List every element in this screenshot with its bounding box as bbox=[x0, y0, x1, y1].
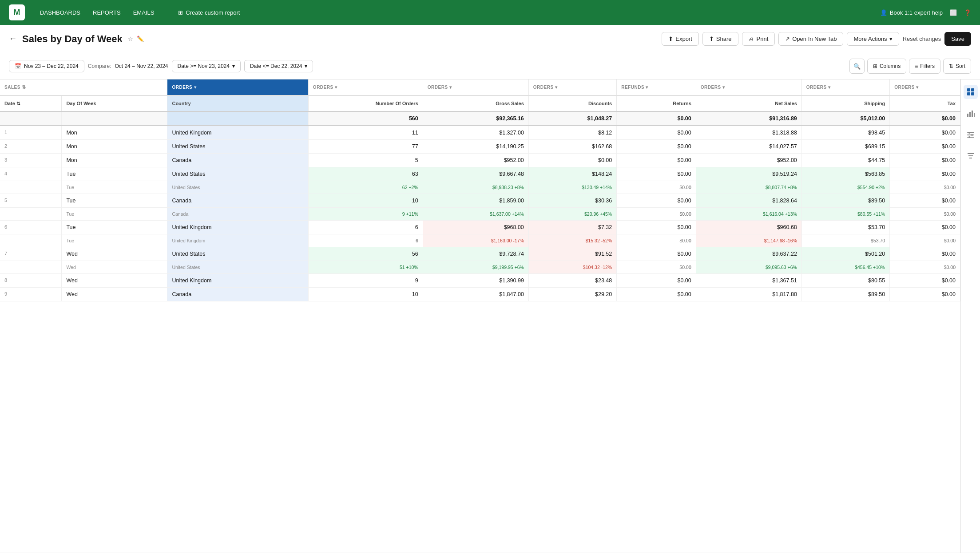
returns-cell: $0.00 bbox=[617, 140, 696, 154]
gross-cell: $1,327.00 bbox=[423, 126, 528, 140]
day-cell: Wed bbox=[62, 288, 167, 301]
shipping-cell: $98.45 bbox=[801, 126, 889, 140]
filter-bar: 📅 Nov 23 – Dec 22, 2024 Compare: Oct 24 … bbox=[0, 53, 980, 79]
shipping-cell: $53.70 bbox=[801, 221, 889, 234]
th-date[interactable]: Date ⇅ bbox=[0, 95, 62, 111]
settings-icon: ⬜ bbox=[950, 9, 957, 16]
compare-returns: $0.00 bbox=[617, 208, 696, 221]
country-cell: United States bbox=[167, 140, 308, 154]
day-cell: Tue bbox=[62, 221, 167, 234]
date-gte-label: Date >= Nov 23, 2024 bbox=[178, 63, 230, 69]
th-gross-sales[interactable]: Gross Sales bbox=[423, 95, 528, 111]
table-row: 8 Wed United Kingdom 9 $1,390.99 $23.48 … bbox=[0, 274, 960, 288]
returns-cell: $0.00 bbox=[617, 247, 696, 261]
nav-reports[interactable]: REPORTS bbox=[88, 7, 125, 19]
compare-gross: $9,199.95 +6% bbox=[423, 261, 528, 274]
share-button[interactable]: ⬆ Share bbox=[702, 32, 738, 46]
orders-cell: 10 bbox=[308, 194, 423, 208]
tax-cell: $0.00 bbox=[890, 274, 960, 288]
gross-cell: $1,390.99 bbox=[423, 274, 528, 288]
date-gte-filter[interactable]: Date >= Nov 23, 2024 ▾ bbox=[172, 60, 241, 72]
nav-icon-help[interactable]: ❓ bbox=[964, 9, 971, 16]
search-button[interactable]: 🔍 bbox=[849, 59, 865, 74]
nav-create-report[interactable]: ⊞ Create custom report bbox=[178, 9, 240, 16]
returns-cell: $0.00 bbox=[617, 221, 696, 234]
nav-icon-settings[interactable]: ⬜ bbox=[950, 9, 957, 16]
th-returns[interactable]: Returns bbox=[617, 95, 696, 111]
svg-rect-8 bbox=[967, 132, 974, 133]
th-dayofweek[interactable]: Day Of Week bbox=[62, 95, 167, 111]
table-view-icon[interactable] bbox=[964, 85, 978, 99]
net-cell: $9,637.22 bbox=[696, 247, 801, 261]
gross-cell: $9,728.74 bbox=[423, 247, 528, 261]
compare-shipping: $53.70 bbox=[801, 234, 889, 247]
customize-icon[interactable] bbox=[964, 127, 978, 142]
th-net-sales[interactable]: Net Sales bbox=[696, 95, 801, 111]
shipping-cell: $501.20 bbox=[801, 247, 889, 261]
th-sales-group: SALES bbox=[0, 79, 167, 95]
table-header-groups: SALES ORDERS ▾ ORDERS ▾ ORDERS ▾ ORDERS … bbox=[0, 79, 960, 95]
orders-cell: 63 bbox=[308, 167, 423, 181]
table-row: 3 Mon Canada 5 $952.00 $0.00 $0.00 $952.… bbox=[0, 154, 960, 167]
expert-icon: 👤 bbox=[880, 9, 887, 16]
reset-changes-link[interactable]: Reset changes bbox=[903, 36, 941, 42]
row-num: 4 bbox=[0, 167, 62, 181]
save-button[interactable]: Save bbox=[944, 32, 971, 46]
table-row: 4 Tue United States 63 $9,667.48 $148.24… bbox=[0, 167, 960, 181]
compare-day: Tue bbox=[62, 234, 167, 247]
open-new-tab-button[interactable]: ↗ Open In New Tab bbox=[778, 32, 843, 46]
compare-gross: $1,637.00 +14% bbox=[423, 208, 528, 221]
tax-cell: $0.00 bbox=[890, 167, 960, 181]
th-shipping[interactable]: Shipping bbox=[801, 95, 889, 111]
nav-emails[interactable]: EMAILS bbox=[129, 7, 159, 19]
chart-view-icon[interactable] bbox=[964, 106, 978, 120]
gross-cell: $1,859.00 bbox=[423, 194, 528, 208]
svg-rect-0 bbox=[967, 88, 970, 91]
filter-panel-icon[interactable] bbox=[964, 149, 978, 163]
nav-dashboards[interactable]: DASHBOARDS bbox=[36, 7, 85, 19]
compare-num bbox=[0, 208, 62, 221]
right-panel bbox=[960, 79, 980, 553]
compare-shipping: $456.45 +10% bbox=[801, 261, 889, 274]
table-container[interactable]: SALES ORDERS ▾ ORDERS ▾ ORDERS ▾ ORDERS … bbox=[0, 79, 960, 553]
header-actions: ⬆ Export ⬆ Share 🖨 Print ↗ Open In New T… bbox=[662, 32, 971, 46]
sort-button[interactable]: ⇅ Sort bbox=[943, 59, 971, 74]
th-discounts[interactable]: Discounts bbox=[528, 95, 616, 111]
row-num: 7 bbox=[0, 247, 62, 261]
nav-links: DASHBOARDS REPORTS EMAILS bbox=[36, 7, 159, 19]
date-range-label: Nov 23 – Dec 22, 2024 bbox=[24, 63, 79, 69]
date-lte-filter[interactable]: Date <= Dec 22, 2024 ▾ bbox=[244, 60, 313, 72]
more-actions-button[interactable]: More Actions ▾ bbox=[847, 32, 899, 46]
export-button[interactable]: ⬆ Export bbox=[662, 32, 699, 46]
edit-icon[interactable]: ✏️ bbox=[137, 36, 144, 42]
svg-point-13 bbox=[968, 136, 970, 138]
date-range-picker[interactable]: 📅 Nov 23 – Dec 22, 2024 bbox=[9, 60, 84, 72]
compare-day: Tue bbox=[62, 181, 167, 194]
print-button[interactable]: 🖨 Print bbox=[742, 32, 775, 46]
total-gross: $92,365.16 bbox=[423, 111, 528, 126]
table-row: 5 Tue Canada 10 $1,859.00 $30.36 $0.00 $… bbox=[0, 194, 960, 208]
star-icon[interactable]: ☆ bbox=[128, 36, 133, 42]
filters-button[interactable]: ≡ Filters bbox=[909, 59, 940, 74]
day-cell: Wed bbox=[62, 247, 167, 261]
row-num: 8 bbox=[0, 274, 62, 288]
svg-rect-2 bbox=[967, 92, 970, 95]
back-button[interactable]: ← bbox=[9, 34, 17, 44]
th-tax[interactable]: Tax bbox=[890, 95, 960, 111]
book-expert-btn[interactable]: 👤 Book 1:1 expert help bbox=[880, 9, 943, 16]
compare-day: Wed bbox=[62, 261, 167, 274]
columns-button[interactable]: ⊞ Columns bbox=[867, 59, 906, 74]
row-num: 2 bbox=[0, 140, 62, 154]
orders-cell: 11 bbox=[308, 126, 423, 140]
compare-orders: 62 +2% bbox=[308, 181, 423, 194]
share-icon: ⬆ bbox=[709, 36, 714, 42]
total-returns: $0.00 bbox=[617, 111, 696, 126]
total-day bbox=[62, 111, 167, 126]
compare-label: Compare: bbox=[88, 63, 111, 69]
net-cell: $960.68 bbox=[696, 221, 801, 234]
th-orders-group-3: ORDERS ▾ bbox=[423, 79, 528, 95]
gross-cell: $9,667.48 bbox=[423, 167, 528, 181]
th-num-orders[interactable]: Number Of Orders bbox=[308, 95, 423, 111]
tax-cell: $0.00 bbox=[890, 247, 960, 261]
th-country[interactable]: Country bbox=[167, 95, 308, 111]
